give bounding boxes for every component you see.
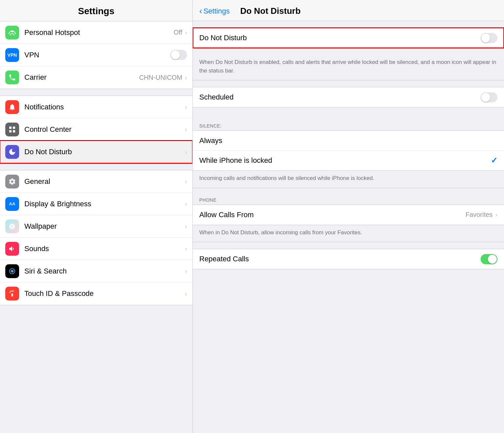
siri-icon [5, 264, 19, 278]
row-vpn[interactable]: VPN VPN [0, 44, 192, 66]
repeated-calls-toggle[interactable] [481, 254, 497, 264]
personal-hotspot-icon [5, 26, 19, 40]
scheduled-label: Scheduled [199, 93, 481, 101]
touch-id-icon [5, 287, 19, 301]
general-label: General [24, 177, 185, 186]
wallpaper-label: Wallpaper [24, 222, 185, 231]
phone-description: When in Do Not Disturb, allow incoming c… [193, 225, 504, 243]
general-icon [5, 175, 19, 188]
allow-calls-value: Favorites [465, 211, 492, 218]
settings-title: Settings [78, 6, 114, 16]
dnd-main-toggle[interactable] [481, 33, 497, 43]
silence-description: Incoming calls and notifications will be… [193, 171, 504, 188]
repeated-calls-row[interactable]: Repeated Calls [193, 249, 504, 269]
do-not-disturb-icon [5, 145, 19, 159]
allow-calls-label: Allow Calls From [199, 211, 465, 219]
dnd-description: When Do Not Disturb is enabled, calls an… [193, 55, 504, 80]
while-locked-checkmark: ✓ [491, 156, 497, 165]
touch-id-label: Touch ID & Passcode [24, 289, 185, 298]
section-display: General › AA Display & Brightness › Wall… [0, 170, 192, 305]
do-not-disturb-label: Do Not Disturb [24, 148, 185, 156]
svg-rect-3 [9, 130, 12, 132]
row-personal-hotspot[interactable]: Personal Hotspot Off › [0, 21, 192, 44]
top-spacer [193, 21, 504, 28]
right-panel: ‹ Settings Do Not Disturb Do Not Disturb… [193, 0, 504, 433]
left-panel: Settings Personal Hotspot Off › VPN VPN [0, 0, 193, 433]
back-label: Settings [204, 7, 230, 15]
wallpaper-chevron: › [185, 222, 187, 230]
right-title: Do Not Disturb [240, 6, 300, 16]
section-network: Personal Hotspot Off › VPN VPN Carrier C… [0, 21, 192, 89]
row-do-not-disturb[interactable]: Do Not Disturb › [0, 141, 192, 163]
section-controls: Notifications › Control Center › [0, 96, 192, 163]
spacer2 [193, 114, 504, 121]
sounds-label: Sounds [24, 245, 185, 253]
carrier-chevron: › [185, 74, 187, 81]
spacer1 [193, 80, 504, 87]
spacer4 [193, 242, 504, 249]
row-sounds[interactable]: Sounds › [0, 238, 192, 260]
while-locked-row[interactable]: While iPhone is locked ✓ [193, 151, 504, 170]
dnd-toggle-row[interactable]: Do Not Disturb [193, 28, 504, 48]
allow-calls-chevron: › [495, 211, 497, 218]
settings-list: Personal Hotspot Off › VPN VPN Carrier C… [0, 21, 192, 433]
personal-hotspot-chevron: › [185, 29, 187, 36]
row-wallpaper[interactable]: Wallpaper › [0, 215, 192, 238]
svg-rect-4 [13, 130, 15, 132]
dnd-toggle-label: Do Not Disturb [199, 34, 481, 42]
scheduled-toggle[interactable] [481, 92, 497, 102]
display-brightness-chevron: › [185, 200, 187, 208]
right-header: ‹ Settings Do Not Disturb [193, 0, 504, 21]
sounds-icon [5, 242, 19, 256]
control-center-label: Control Center [24, 125, 185, 134]
row-control-center[interactable]: Control Center › [0, 118, 192, 141]
dnd-toggle-section: Do Not Disturb [193, 28, 504, 48]
row-touch-id[interactable]: Touch ID & Passcode › [0, 282, 192, 305]
siri-search-label: Siri & Search [24, 267, 185, 275]
phone-header: PHONE [193, 195, 504, 205]
notifications-label: Notifications [24, 103, 185, 111]
repeated-calls-section: Repeated Calls [193, 249, 504, 269]
silence-header: SILENCE: [193, 121, 504, 130]
spacer5 [193, 276, 504, 282]
personal-hotspot-label: Personal Hotspot [24, 28, 174, 37]
notifications-icon [5, 100, 19, 114]
while-locked-label: While iPhone is locked [199, 156, 491, 165]
vpn-icon: VPN [5, 48, 19, 62]
personal-hotspot-value: Off [174, 29, 182, 36]
general-chevron: › [185, 178, 187, 185]
always-row[interactable]: Always [193, 131, 504, 151]
row-display-brightness[interactable]: AA Display & Brightness › [0, 193, 192, 215]
svg-point-6 [11, 270, 14, 273]
row-carrier[interactable]: Carrier CHN-UNICOM › [0, 66, 192, 89]
control-center-icon [5, 123, 19, 136]
left-header: Settings [0, 0, 192, 21]
right-content: Do Not Disturb When Do Not Disturb is en… [193, 21, 504, 433]
svg-rect-1 [9, 127, 12, 129]
row-siri-search[interactable]: Siri & Search › [0, 260, 192, 282]
notifications-chevron: › [185, 103, 187, 111]
row-general[interactable]: General › [0, 170, 192, 193]
sounds-chevron: › [185, 245, 187, 252]
carrier-label: Carrier [24, 73, 139, 82]
touch-id-chevron: › [185, 290, 187, 298]
control-center-chevron: › [185, 126, 187, 133]
row-notifications[interactable]: Notifications › [0, 96, 192, 118]
scheduled-section: Scheduled [193, 87, 504, 107]
back-chevron-icon: ‹ [199, 6, 202, 16]
vpn-label: VPN [24, 51, 170, 59]
svg-rect-2 [13, 127, 15, 129]
siri-search-chevron: › [185, 267, 187, 275]
allow-calls-row[interactable]: Allow Calls From Favorites › [193, 205, 504, 225]
phone-section: Allow Calls From Favorites › [193, 205, 504, 225]
carrier-icon [5, 71, 19, 84]
display-brightness-label: Display & Brightness [24, 200, 185, 208]
scheduled-row[interactable]: Scheduled [193, 87, 504, 107]
back-button[interactable]: ‹ Settings [199, 6, 230, 16]
repeated-calls-label: Repeated Calls [199, 255, 481, 263]
vpn-toggle[interactable] [170, 50, 187, 60]
carrier-value: CHN-UNICOM [139, 74, 182, 81]
display-brightness-icon: AA [5, 197, 19, 211]
do-not-disturb-chevron: › [185, 148, 187, 156]
wallpaper-icon [5, 219, 19, 233]
